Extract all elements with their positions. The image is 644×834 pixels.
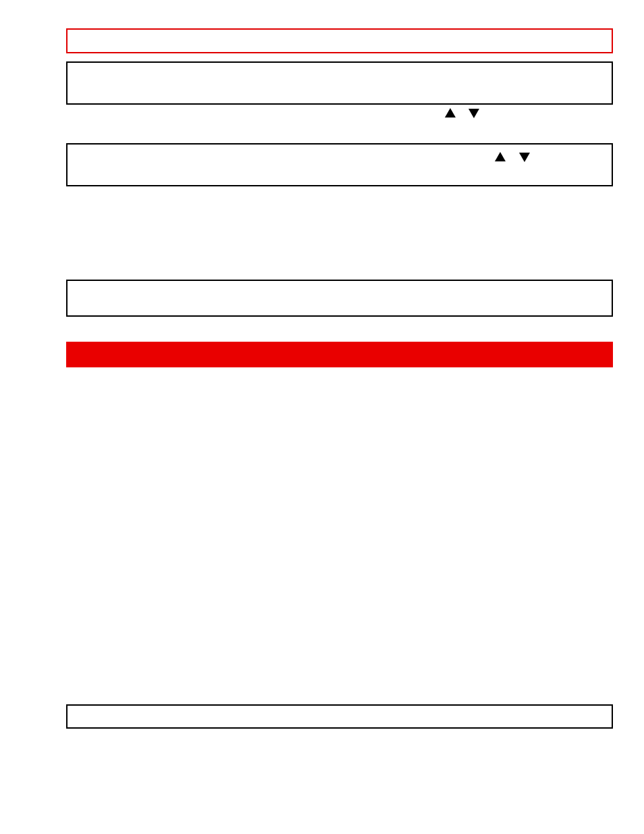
triangle-up-icon <box>445 108 456 118</box>
black-outline-box-4 <box>66 704 613 729</box>
red-outline-box <box>66 28 613 53</box>
solid-red-bar <box>66 342 613 367</box>
black-outline-box-3 <box>66 280 613 317</box>
triangle-down-icon <box>468 109 479 118</box>
document-page <box>0 0 644 834</box>
triangle-down-icon <box>519 153 530 162</box>
triangle-up-icon <box>495 152 506 161</box>
black-outline-box-1 <box>66 61 613 105</box>
black-outline-box-2 <box>66 143 613 186</box>
